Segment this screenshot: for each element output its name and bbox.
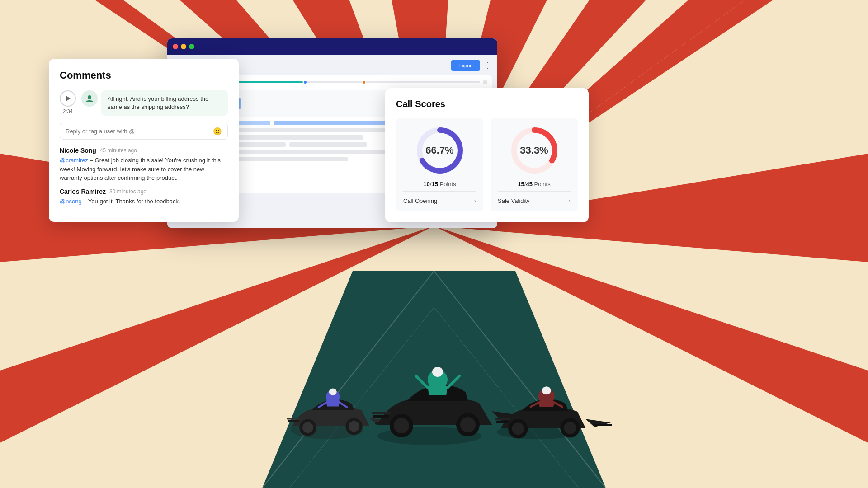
browser-titlebar <box>167 38 497 55</box>
speech-bubble: All right. And is your billing address t… <box>101 90 228 116</box>
cars-illustration <box>0 235 868 488</box>
comment-1-text: @cramirez – Great job closing this sale!… <box>60 156 228 183</box>
user-icon <box>85 94 94 103</box>
cars-svg <box>231 235 637 488</box>
comment-1-mention: @cramirez <box>60 157 88 164</box>
score-2-points-label: Points <box>534 181 551 188</box>
score-1-category-row[interactable]: Call Opening › <box>403 191 476 204</box>
tl-handle[interactable] <box>303 80 307 84</box>
comments-panel: Comments 2:34 All right. And is your bil… <box>49 59 239 222</box>
browser-minimize-dot[interactable] <box>181 44 186 49</box>
score-1-value: 66.7% <box>425 145 453 156</box>
score-2-category: Sale Validity <box>498 197 530 204</box>
svg-rect-68 <box>496 421 509 423</box>
comment-2-text: @nsong – You got it. Thanks for the feed… <box>60 197 228 206</box>
score-1-points-label: Points <box>440 181 456 188</box>
comment-1-username: Nicole Song <box>60 147 96 154</box>
score-card-1: 66.7% 10/15 Points Call Opening › <box>396 118 483 211</box>
browser-maximize-dot[interactable] <box>189 44 194 49</box>
svg-rect-37 <box>239 98 241 109</box>
comment-2-header: Carlos Ramirez 30 minutes ago <box>60 188 228 195</box>
score-card-2: 33.3% 15/45 Points Sale Validity › <box>491 118 578 211</box>
comment-2-body: – You got it. Thanks for the feedback. <box>83 198 180 205</box>
svg-point-76 <box>542 386 551 394</box>
score-1-points: 10/15 Points <box>423 181 456 188</box>
svg-rect-45 <box>287 418 301 419</box>
comments-title: Comments <box>60 70 228 81</box>
svg-rect-44 <box>288 420 300 422</box>
donut-2: 33.3% <box>509 126 559 175</box>
chevron-right-icon-1: › <box>474 197 476 204</box>
play-icon <box>66 96 71 101</box>
comment-2-mention: @nsong <box>60 198 82 205</box>
comment-1-header: Nicole Song 45 minutes ago <box>60 147 228 154</box>
comment-2-username: Carlos Ramirez <box>60 188 106 195</box>
svg-point-52 <box>329 389 337 395</box>
tl-dot-end <box>483 80 487 84</box>
car-right <box>495 386 612 439</box>
svg-point-38 <box>88 95 91 99</box>
svg-rect-56 <box>373 415 389 418</box>
svg-point-72 <box>512 422 524 435</box>
comment-1: Nicole Song 45 minutes ago @cramirez – G… <box>60 147 228 183</box>
block-6 <box>289 142 367 147</box>
score-2-value: 33.3% <box>520 145 548 156</box>
svg-rect-70 <box>594 424 612 426</box>
play-button[interactable] <box>60 90 76 107</box>
svg-point-50 <box>349 421 359 432</box>
reply-input[interactable] <box>66 128 209 135</box>
comment-audio-item: 2:34 All right. And is your billing addr… <box>60 90 228 116</box>
audio-controls: 2:34 <box>60 90 76 116</box>
score-2-category-row[interactable]: Sale Validity › <box>498 191 571 204</box>
chevron-right-icon-2: › <box>568 197 571 204</box>
export-button[interactable]: Export <box>451 60 480 71</box>
call-scores-title: Call Scores <box>396 99 578 109</box>
comment-2-time: 30 minutes ago <box>109 188 146 195</box>
comment-1-time: 45 minutes ago <box>100 147 137 154</box>
speech-bubble-text: All right. And is your billing address t… <box>108 95 208 110</box>
donut-1: 66.7% <box>415 126 465 175</box>
browser-close-dot[interactable] <box>173 44 178 49</box>
audio-user-bubble: All right. And is your billing address t… <box>81 90 228 116</box>
svg-point-64 <box>432 367 443 377</box>
scores-grid: 66.7% 10/15 Points Call Opening › 33.3% <box>396 118 578 211</box>
audio-timestamp: 2:34 <box>63 108 72 114</box>
tl-marker[interactable] <box>362 80 366 84</box>
svg-line-65 <box>416 376 428 388</box>
svg-rect-69 <box>495 418 510 420</box>
comment-2: Carlos Ramirez 30 minutes ago @nsong – Y… <box>60 188 228 206</box>
svg-point-62 <box>460 417 476 432</box>
reply-input-area[interactable]: 🙂 <box>60 123 228 140</box>
svg-point-48 <box>302 422 313 433</box>
svg-point-74 <box>564 422 576 434</box>
user-avatar <box>81 90 98 107</box>
block-2 <box>274 121 398 125</box>
svg-point-60 <box>394 418 409 433</box>
score-1-category: Call Opening <box>403 197 437 204</box>
svg-line-66 <box>448 376 459 388</box>
svg-rect-57 <box>372 412 391 414</box>
emoji-button[interactable]: 🙂 <box>213 127 222 136</box>
more-options-icon[interactable]: ⋮ <box>484 61 492 70</box>
call-scores-panel: Call Scores 66.7% 10/15 Points Call Open… <box>385 88 589 222</box>
score-2-points: 15/45 Points <box>518 181 550 188</box>
